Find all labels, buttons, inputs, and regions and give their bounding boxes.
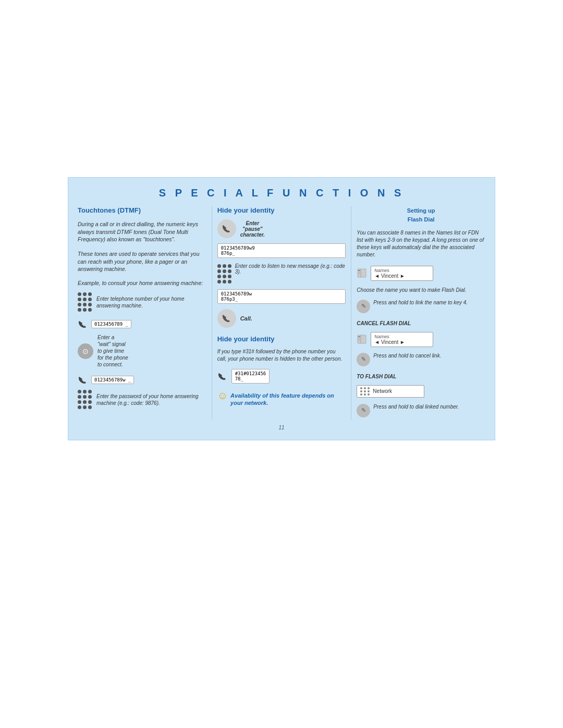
col2-availability: Availability of this feature depends on …	[230, 392, 346, 407]
columns-wrapper: Touchtones (DTMF) During a call or in di…	[78, 206, 485, 419]
col1-title: Touchtones (DTMF)	[78, 206, 206, 214]
book-icon	[357, 268, 368, 278]
wait-button-icon: ⊙	[78, 343, 93, 359]
col3-title: Setting upFlash Dial	[357, 206, 485, 224]
col-separator-1	[212, 206, 212, 419]
col2-title2: Hide your identity	[217, 335, 346, 343]
col2-keypad-icon	[217, 264, 232, 284]
hold-button-icon: ✎	[357, 300, 370, 313]
col1-display1-row: 0123456789 _	[78, 320, 206, 328]
col1-para1: During a call or in direct dialling, the…	[78, 220, 206, 243]
column-touchtones: Touchtones (DTMF) During a call or in di…	[78, 206, 206, 412]
handset-icon	[78, 320, 89, 328]
col2-display1: 0123456789w9876p_	[217, 243, 346, 258]
col1-step1-label: Enter telephone number of your home answ…	[96, 295, 206, 309]
svg-rect-8	[358, 338, 360, 339]
page-container: S P E C I A L F U N C T I O N S Touchton…	[0, 0, 563, 728]
col3-names-box1: Names ◄ Vincent ►	[371, 266, 433, 281]
col2-hide-para: If you type #31# followed by the phone n…	[217, 348, 346, 363]
col1-step3-label: Enter the password of your home answerin…	[96, 393, 206, 406]
column-flash-dial: Setting upFlash Dial You can associate 8…	[357, 206, 485, 419]
col1-step2-row: ⊙ Enter a"wait" signalto give timefor th…	[78, 334, 206, 368]
col3-press-hold-label: Press and hold to link the name to key 4…	[373, 300, 468, 305]
book-icon-2	[357, 335, 368, 344]
col2-call-label: Call.	[240, 315, 252, 322]
col1-example-label: Example, to consult your home answering …	[78, 280, 206, 286]
col3-press-hold-row1: ✎ Press and hold to link the name to key…	[357, 300, 485, 313]
col1-display2: 0123456789w _	[91, 376, 134, 384]
col2-display3-row: #31#012345678_	[217, 369, 346, 384]
col2-display2: 0123456789w876p3_	[217, 289, 346, 304]
col1-para2: These tones are used to operate services…	[78, 250, 206, 273]
col3-para: You can associate 8 names in the Names l…	[357, 229, 485, 258]
col2-step-call: Call.	[217, 309, 346, 328]
keypad-icon-2	[78, 390, 92, 410]
svg-rect-2	[358, 270, 360, 271]
col3-press-hold-row2: ✎ Press and hold to cancel link.	[357, 353, 485, 366]
col3-vincent-label: ◄ Vincent ►	[374, 273, 430, 279]
circle-phone-icon	[217, 219, 236, 238]
svg-rect-9	[358, 340, 360, 340]
col2-availability-row: ☺ Availability of this feature depends o…	[217, 391, 346, 407]
col1-display1: 0123456789 _	[91, 320, 131, 328]
svg-rect-4	[358, 274, 360, 274]
col2-enter-code-label: Enter code to listen to new message (e.g…	[235, 263, 346, 275]
col3-names-label: Names	[374, 268, 430, 273]
main-content: S P E C I A L F U N C T I O N S Touchton…	[68, 177, 495, 440]
svg-rect-3	[358, 272, 360, 273]
col1-display2-row: 0123456789w _	[78, 376, 206, 384]
handset-icon-3	[217, 372, 229, 380]
handset-icon-2	[78, 376, 89, 384]
col1-step1-row: Enter telephone number of your home answ…	[78, 292, 206, 312]
network-dots-icon	[360, 387, 370, 396]
column-hide-identity: Hide your identity Enter"pause"character…	[217, 206, 346, 407]
col2-title: Hide your identity	[217, 206, 346, 214]
col3-cancel-press-hold-label: Press and hold to cancel link.	[373, 353, 441, 359]
col3-final-press-label: Press and hold to dial linked number.	[373, 404, 459, 410]
col1-step2-label: Enter a"wait" signalto give timefor the …	[97, 334, 128, 368]
col3-to-flash-dial-title: TO FLASH DIAL	[357, 374, 485, 379]
col2-step-pause: Enter"pause"character.	[217, 219, 346, 238]
info-icon: ☺	[217, 390, 228, 402]
col3-choose-label: Choose the name you want to make Flash D…	[357, 287, 485, 293]
hold-button-icon-3: ✎	[357, 404, 370, 417]
col3-cancel-title: CANCEL FLASH DIAL	[357, 320, 485, 326]
col3-names-row1: Names ◄ Vincent ►	[357, 265, 485, 282]
page-number: 11	[78, 425, 485, 430]
col3-cancel-names-label: Names	[374, 334, 430, 339]
col3-names-box2: Names ◄ Vincent ►	[371, 332, 433, 347]
page-title: S P E C I A L F U N C T I O N S	[78, 187, 485, 199]
col2-enter-pause-label: Enter"pause"character.	[240, 220, 265, 238]
col2-step-code: Enter code to listen to new message (e.g…	[217, 263, 346, 284]
col3-network-label: Network	[373, 388, 392, 394]
col2-display3: #31#012345678_	[231, 369, 270, 384]
col3-network-box: Network	[357, 385, 424, 398]
col3-cancel-vincent-label: ◄ Vincent ►	[374, 339, 430, 345]
circle-phone-icon-2	[217, 309, 236, 328]
hold-button-icon-2: ✎	[357, 353, 370, 366]
col1-step3-row: Enter the password of your home answerin…	[78, 390, 206, 410]
keypad-icon	[78, 292, 92, 312]
col3-names-row2: Names ◄ Vincent ►	[357, 331, 485, 348]
svg-rect-7	[358, 336, 360, 337]
col3-final-press-hold-row: ✎ Press and hold to dial linked number.	[357, 404, 485, 417]
col-separator-2	[351, 206, 351, 419]
